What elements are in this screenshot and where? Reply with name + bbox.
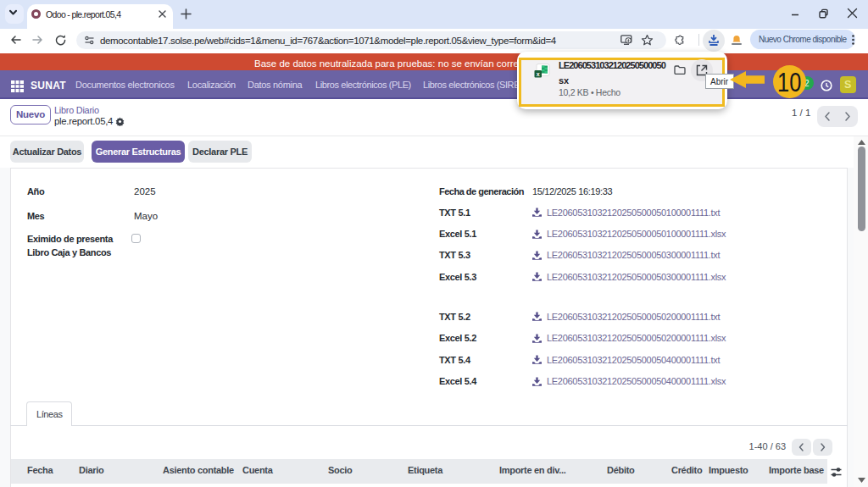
svg-text:x: x bbox=[537, 71, 540, 77]
